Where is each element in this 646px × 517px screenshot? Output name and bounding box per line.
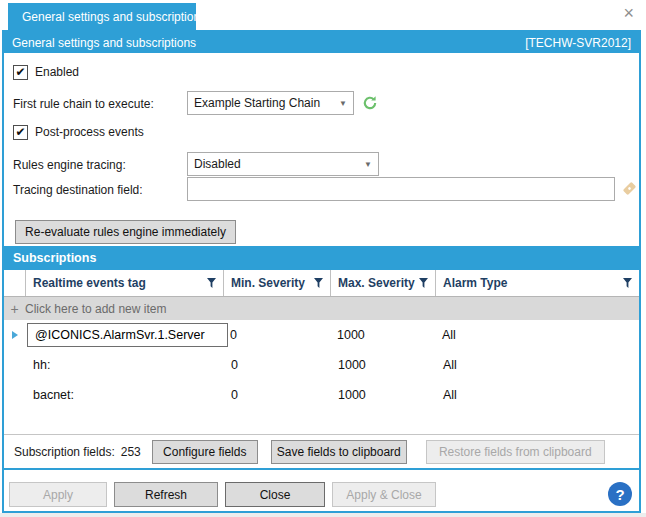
refresh-icon[interactable] xyxy=(362,95,378,111)
first-rule-chain-value: Example Starting Chain xyxy=(194,96,335,110)
add-new-item-row[interactable]: + Click here to add new item xyxy=(4,297,639,320)
apply-button[interactable]: Apply xyxy=(9,482,107,507)
column-header-max-severity[interactable]: Max. Severity xyxy=(330,270,435,296)
tag-cell-editor[interactable] xyxy=(27,323,228,347)
window-bottom-edge xyxy=(0,513,646,517)
add-new-item-label: Click here to add new item xyxy=(25,302,166,316)
row-selector-gutter[interactable] xyxy=(4,380,25,410)
filter-icon[interactable] xyxy=(419,278,428,288)
apply-close-button[interactable]: Apply & Close xyxy=(332,482,436,507)
min-severity-cell[interactable]: 0 xyxy=(223,388,330,402)
tracing-dest-label: Tracing destination field: xyxy=(13,183,143,197)
dialog-titlebar: General settings and subscriptions [TECH… xyxy=(4,32,639,53)
row-selector-gutter[interactable] xyxy=(4,320,25,350)
first-rule-chain-select[interactable]: Example Starting Chain ▼ xyxy=(187,91,354,115)
tab-general-settings[interactable]: General settings and subscriptions × xyxy=(8,3,196,30)
alarm-type-cell[interactable]: All xyxy=(435,358,639,372)
tab-close-icon[interactable]: × xyxy=(214,9,223,25)
grid-gutter-header xyxy=(4,270,25,296)
plus-icon: + xyxy=(4,301,25,317)
dialog-title: General settings and subscriptions xyxy=(12,36,196,50)
subscriptions-grid-header: Realtime events tag Min. Severity Max. S… xyxy=(4,270,639,297)
save-fields-button[interactable]: Save fields to clipboard xyxy=(271,440,407,464)
tab-bar: General settings and subscriptions × × xyxy=(0,0,646,30)
footer-button-bar: Apply Refresh Close Apply & Close ? xyxy=(4,470,639,511)
post-process-label: Post-process events xyxy=(35,125,144,139)
tab-title: General settings and subscriptions xyxy=(22,10,206,24)
enabled-row: ✔ Enabled xyxy=(13,63,79,81)
table-row[interactable]: hh: 0 1000 All xyxy=(4,350,639,380)
tracing-select[interactable]: Disabled ▼ xyxy=(187,152,379,176)
column-header-alarm-type[interactable]: Alarm Type xyxy=(435,270,639,296)
tag-cell[interactable]: bacnet: xyxy=(25,388,223,402)
enabled-label: Enabled xyxy=(35,65,79,79)
tracing-label: Rules engine tracing: xyxy=(13,158,126,172)
post-process-checkbox[interactable]: ✔ xyxy=(13,125,28,140)
refresh-button[interactable]: Refresh xyxy=(114,482,218,507)
table-row[interactable]: bacnet: 0 1000 All xyxy=(4,380,639,410)
column-header-realtime-events-tag[interactable]: Realtime events tag xyxy=(25,270,223,296)
alarm-type-cell[interactable]: All xyxy=(435,388,639,402)
filter-icon[interactable] xyxy=(314,278,323,288)
close-button[interactable]: Close xyxy=(225,482,325,507)
server-name: [TECHW-SVR2012] xyxy=(525,36,631,50)
max-severity-cell[interactable]: 1000 xyxy=(329,328,434,342)
general-settings-panel: General settings and subscriptions × × G… xyxy=(0,0,646,517)
filter-icon[interactable] xyxy=(623,278,632,288)
reevaluate-button[interactable]: Re-evaluate rules engine immediately xyxy=(15,220,236,244)
tracing-value: Disabled xyxy=(194,157,360,171)
max-severity-cell[interactable]: 1000 xyxy=(330,358,435,372)
subscription-fields-bar: Subscription fields: 253 Configure field… xyxy=(4,435,639,468)
column-header-min-severity[interactable]: Min. Severity xyxy=(223,270,330,296)
window-close-icon[interactable]: × xyxy=(623,4,634,22)
restore-fields-button[interactable]: Restore fields from clipboard xyxy=(426,440,605,464)
alarm-type-cell[interactable]: All xyxy=(434,328,639,342)
settings-dialog: General settings and subscriptions [TECH… xyxy=(2,30,641,513)
first-rule-chain-label: First rule chain to execute: xyxy=(13,97,154,111)
post-process-row: ✔ Post-process events xyxy=(13,123,144,141)
configure-fields-button[interactable]: Configure fields xyxy=(152,440,258,464)
filter-icon[interactable] xyxy=(207,278,216,288)
subscription-fields-count: 253 xyxy=(121,445,141,459)
subscriptions-header: Subscriptions xyxy=(4,246,639,270)
current-row-marker-icon xyxy=(12,331,18,339)
min-severity-cell[interactable]: 0 xyxy=(222,328,329,342)
row-selector-gutter[interactable] xyxy=(4,350,25,380)
min-severity-cell[interactable]: 0 xyxy=(223,358,330,372)
chevron-down-icon: ▼ xyxy=(339,99,347,108)
table-row[interactable]: 0 1000 All xyxy=(4,320,639,350)
help-icon[interactable]: ? xyxy=(608,482,632,506)
max-severity-cell[interactable]: 1000 xyxy=(330,388,435,402)
enabled-checkbox[interactable]: ✔ xyxy=(13,65,28,80)
subscription-fields-label: Subscription fields: xyxy=(14,445,115,459)
chevron-down-icon: ▼ xyxy=(364,160,372,169)
tag-cell[interactable]: hh: xyxy=(25,358,223,372)
tag-icon[interactable] xyxy=(621,180,638,197)
tracing-dest-input[interactable] xyxy=(187,177,615,201)
